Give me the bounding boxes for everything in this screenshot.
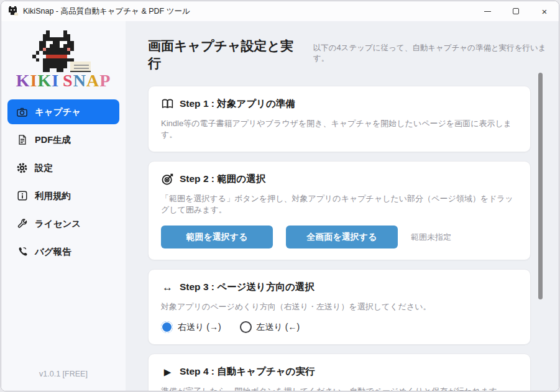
window-title: KikiSnap - 高品質自動キャプチャ & PDF ツール — [23, 6, 190, 17]
minimize-icon — [484, 11, 491, 12]
radio-unchecked-icon[interactable] — [240, 321, 252, 333]
range-status-label: 範囲未指定 — [411, 232, 451, 243]
step3-card: ↔ Step 3 : ページ送り方向の選択 対象アプリのページめくり方向（右送り… — [148, 269, 531, 345]
app-window: KikiSnap - 高品質自動キャプチャ & PDF ツール × — [1, 1, 559, 391]
step2-card: Step 2 : 範囲の選択 「範囲を選択する」ボタンを押し、対象アプリのキャプ… — [148, 161, 531, 260]
main-content: 画面キャプチャ設定と実行 以下の4ステップに従って、自動キャプチャの準備と実行を… — [126, 21, 559, 391]
phone-icon — [16, 246, 28, 258]
step1-title: Step 1 : 対象アプリの準備 — [180, 98, 295, 111]
step2-title: Step 2 : 範囲の選択 — [180, 173, 265, 186]
radio-checked-icon[interactable] — [161, 321, 173, 333]
step3-description: 対象アプリのページめくり方向（右送り・左送り）を選択してください。 — [161, 301, 518, 312]
sidebar-item-label: 利用規約 — [35, 190, 71, 202]
sidebar-item-label: ライセンス — [35, 218, 81, 230]
radio-label: 左送り (←) — [257, 322, 300, 333]
titlebar: KikiSnap - 高品質自動キャプチャ & PDF ツール × — [1, 1, 559, 21]
step4-description: 準備が完了したら、開始ボタンを押してください。自動でページめくりと保存が行われま… — [161, 386, 518, 391]
close-button[interactable]: × — [530, 1, 559, 21]
book-icon — [161, 98, 174, 111]
logo-block: KIKISNAP — [1, 30, 126, 91]
maximize-button[interactable] — [502, 1, 530, 21]
sidebar-item-pdf[interactable]: PDF生成 — [7, 127, 119, 152]
close-icon: × — [542, 7, 548, 16]
sidebar-item-terms[interactable]: 利用規約 — [7, 183, 119, 208]
page-subtitle: 以下の4ステップに従って、自動キャプチャの準備と実行を行います。 — [313, 43, 559, 64]
sidebar-item-license[interactable]: ライセンス — [7, 211, 119, 236]
select-fullscreen-button[interactable]: 全画面を選択する — [286, 226, 398, 248]
radio-option-forward-left[interactable]: 左送り (←) — [240, 321, 300, 333]
sidebar-item-label: 設定 — [35, 162, 53, 174]
maximize-icon — [513, 8, 519, 14]
minimize-button[interactable] — [473, 1, 502, 21]
radio-option-forward-right[interactable]: 右送り (→) — [161, 321, 221, 333]
sidebar-item-label: PDF生成 — [35, 134, 71, 146]
play-icon: ▶ — [161, 367, 174, 378]
sidebar-nav: キャプチャ PDF生成 — [1, 99, 126, 264]
select-range-button[interactable]: 範囲を選択する — [161, 226, 273, 248]
sidebar-item-capture[interactable]: キャプチャ — [7, 99, 119, 124]
step3-title: Step 3 : ページ送り方向の選択 — [180, 281, 314, 294]
target-icon — [161, 173, 174, 186]
version-label: v1.0.1 [FREE] — [1, 370, 126, 378]
sidebar-item-label: バグ報告 — [35, 246, 71, 258]
vertical-scrollbar-thumb[interactable] — [538, 73, 543, 299]
page-title: 画面キャプチャ設定と実行 — [148, 37, 305, 72]
sidebar-item-settings[interactable]: 設定 — [7, 155, 119, 180]
sidebar-item-label: キャプチャ — [35, 106, 81, 118]
step1-card: Step 1 : 対象アプリの準備 Kindle等の電子書籍アプリやブラウザを開… — [148, 86, 531, 152]
step2-description: 「範囲を選択する」ボタンを押し、対象アプリのキャプチャしたい部分（ページ領域）を… — [161, 193, 518, 216]
step4-card: ▶ Step 4 : 自動キャプチャの実行 準備が完了したら、開始ボタンを押して… — [148, 353, 531, 391]
radio-label: 右送り (→) — [178, 322, 221, 333]
step4-title: Step 4 : 自動キャプチャの実行 — [180, 365, 314, 378]
info-icon — [16, 190, 28, 202]
step1-description: Kindle等の電子書籍アプリやブラウザを開き、キャプチャを開始したいページを画… — [161, 118, 518, 140]
logo-wordmark: KIKISNAP — [1, 71, 126, 91]
sidebar: KIKISNAP キャプチャ — [1, 21, 126, 391]
document-icon — [16, 134, 28, 146]
app-cat-icon — [7, 6, 19, 16]
camera-icon — [16, 106, 28, 118]
left-right-arrows-icon: ↔ — [161, 281, 174, 294]
sidebar-item-bug-report[interactable]: バグ報告 — [7, 239, 119, 264]
wrench-icon — [16, 218, 28, 230]
gear-icon — [16, 162, 28, 174]
page-header: 画面キャプチャ設定と実行 以下の4ステップに従って、自動キャプチャの準備と実行を… — [148, 37, 559, 72]
